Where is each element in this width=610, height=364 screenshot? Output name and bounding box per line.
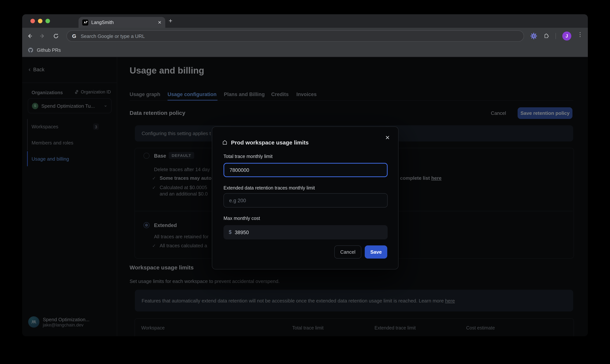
forward-arrow-icon — [40, 33, 45, 39]
browser-window: LangSmith ✕ + ⌄ — [22, 14, 588, 336]
browser-tab[interactable]: LangSmith ✕ — [79, 17, 165, 28]
spark-extension-icon — [530, 33, 537, 39]
toolbar-separator — [556, 33, 556, 39]
window-close-button[interactable] — [30, 19, 35, 23]
total-trace-limit-input[interactable] — [223, 163, 388, 177]
url-placeholder: Search Google or type a URL — [81, 33, 145, 39]
github-icon — [27, 47, 34, 53]
extensions-button[interactable] — [543, 32, 550, 40]
total-trace-limit-label: Total trace monthly limit — [223, 154, 272, 159]
bookmarks-bar: Github PRs — [22, 44, 588, 57]
bookmark-label: Github PRs — [37, 48, 61, 53]
forward-button[interactable] — [39, 32, 46, 40]
home-icon — [222, 140, 228, 145]
page-content: ‹ Back Organizations Organization ID S S… — [22, 57, 588, 336]
tab-title: LangSmith — [91, 20, 158, 25]
puzzle-icon — [543, 33, 550, 39]
modal-close-button[interactable]: ✕ — [385, 134, 390, 141]
url-input[interactable]: G Search Google or type a URL — [67, 30, 524, 42]
extended-retention-limit-input[interactable] — [223, 193, 388, 208]
reload-icon — [53, 33, 59, 39]
back-button[interactable] — [26, 32, 33, 40]
modal-title: Prod workspace usage limits — [231, 139, 309, 146]
modal-cancel-button[interactable]: Cancel — [334, 246, 361, 259]
browser-toolbar: G Search Google or type a URL — [22, 28, 588, 44]
max-monthly-cost-input[interactable] — [223, 225, 388, 239]
google-icon: G — [72, 33, 76, 39]
new-tab-button[interactable]: + — [169, 17, 172, 25]
screen: LangSmith ✕ + ⌄ — [0, 0, 610, 364]
browser-menu-button[interactable]: ⋮ — [577, 31, 583, 38]
langsmith-favicon — [82, 19, 88, 25]
extended-retention-limit-label: Extended data retention traces monthly l… — [223, 185, 315, 191]
max-monthly-cost-label: Max monthly cost — [223, 216, 260, 221]
back-arrow-icon — [27, 33, 33, 39]
workspace-usage-limits-modal: Prod workspace usage limits ✕ Total trac… — [212, 127, 399, 269]
avatar-initial: J — [566, 34, 568, 38]
tab-close-icon[interactable]: ✕ — [158, 20, 162, 25]
window-minimize-button[interactable] — [38, 19, 42, 23]
dollar-prefix: $ — [229, 229, 231, 235]
profile-avatar[interactable]: J — [562, 32, 571, 40]
extension-spark-button[interactable] — [530, 32, 538, 40]
reload-button[interactable] — [52, 32, 60, 40]
tab-strip: LangSmith ✕ + ⌄ — [22, 14, 588, 28]
bookmark-github-prs[interactable]: Github PRs — [27, 47, 61, 53]
window-zoom-button[interactable] — [45, 19, 50, 23]
modal-save-button[interactable]: Save — [365, 246, 387, 259]
